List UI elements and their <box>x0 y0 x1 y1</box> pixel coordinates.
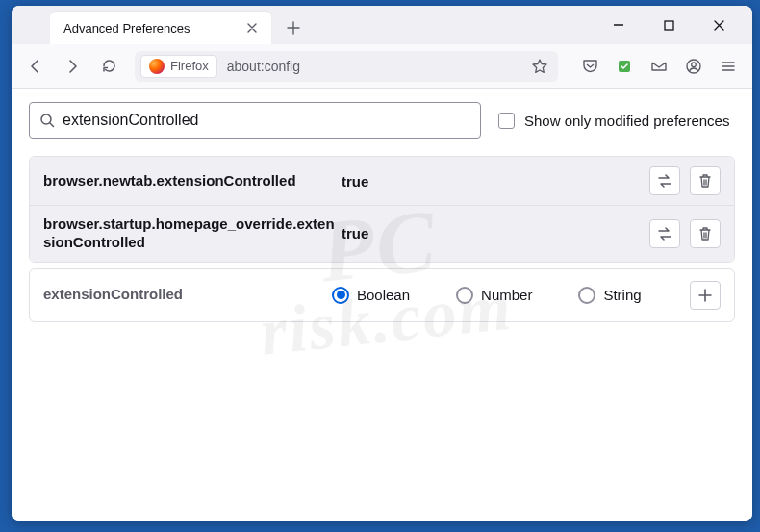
window-controls <box>602 12 745 44</box>
radio-boolean[interactable]: Boolean <box>332 287 410 304</box>
checkbox-label: Show only modified preferences <box>524 113 729 129</box>
pref-name: browser.newtab.extensionControlled <box>43 172 342 190</box>
pref-value: true <box>342 225 649 241</box>
menu-icon[interactable] <box>712 51 745 82</box>
new-pref-row: extensionControlled Boolean Number Strin… <box>29 268 735 322</box>
tab-bar: Advanced Preferences <box>12 6 752 44</box>
url-bar[interactable]: Firefox about:config <box>135 51 558 82</box>
svg-rect-0 <box>665 21 673 30</box>
radio-icon[interactable] <box>332 287 349 304</box>
minimize-button[interactable] <box>602 12 635 38</box>
mail-icon[interactable] <box>643 51 675 82</box>
pocket-icon[interactable] <box>573 51 606 82</box>
new-pref-name: extensionControlled <box>43 286 332 304</box>
search-icon <box>39 113 55 128</box>
pref-name: browser.startup.homepage_override.extens… <box>43 215 342 252</box>
radio-icon[interactable] <box>578 287 595 304</box>
new-tab-button[interactable] <box>279 13 308 42</box>
toggle-button[interactable] <box>649 219 680 248</box>
bookmark-star-icon[interactable] <box>527 58 552 75</box>
url-text[interactable]: about:config <box>217 59 527 74</box>
checkbox-icon[interactable] <box>498 113 515 129</box>
delete-button[interactable] <box>690 166 721 195</box>
forward-button[interactable] <box>56 51 89 82</box>
radio-label: String <box>603 287 641 303</box>
radio-number[interactable]: Number <box>456 287 532 304</box>
maximize-button[interactable] <box>652 12 685 38</box>
close-window-button[interactable] <box>702 12 735 38</box>
radio-icon[interactable] <box>456 287 473 304</box>
identity-label: Firefox <box>170 59 209 73</box>
extension-icon[interactable] <box>608 51 641 82</box>
radio-label: Boolean <box>357 287 410 303</box>
pref-value: true <box>342 173 649 190</box>
reload-button[interactable] <box>92 51 125 82</box>
tab-title: Advanced Preferences <box>63 21 242 36</box>
search-box[interactable] <box>29 102 481 139</box>
modified-only-checkbox[interactable]: Show only modified preferences <box>498 113 729 129</box>
firefox-logo-icon <box>149 59 165 74</box>
delete-button[interactable] <box>690 219 721 248</box>
radio-label: Number <box>481 287 532 303</box>
identity-box[interactable]: Firefox <box>140 55 217 78</box>
type-radio-group: Boolean Number String <box>332 287 690 304</box>
pref-row[interactable]: browser.startup.homepage_override.extens… <box>30 205 734 262</box>
add-pref-button[interactable] <box>690 281 721 310</box>
browser-window: Advanced Preferences <box>12 6 752 521</box>
radio-string[interactable]: String <box>578 287 641 304</box>
search-input[interactable] <box>63 112 470 129</box>
about-config-content: Show only modified preferences browser.n… <box>12 89 752 521</box>
close-tab-icon[interactable] <box>242 18 262 38</box>
back-button[interactable] <box>19 51 52 82</box>
toggle-button[interactable] <box>649 166 680 195</box>
account-icon[interactable] <box>677 51 710 82</box>
nav-toolbar: Firefox about:config <box>12 44 752 89</box>
pref-row[interactable]: browser.newtab.extensionControlled true <box>30 157 734 205</box>
tab-active[interactable]: Advanced Preferences <box>50 12 271 44</box>
prefs-table: browser.newtab.extensionControlled true … <box>29 156 735 263</box>
